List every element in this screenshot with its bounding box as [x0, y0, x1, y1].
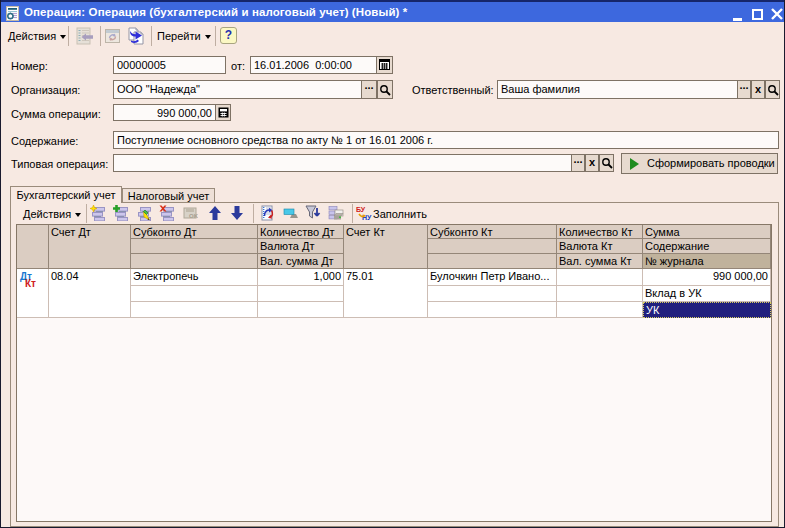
svg-text:OK: OK: [189, 213, 198, 219]
svg-text:БУ: БУ: [356, 206, 366, 213]
